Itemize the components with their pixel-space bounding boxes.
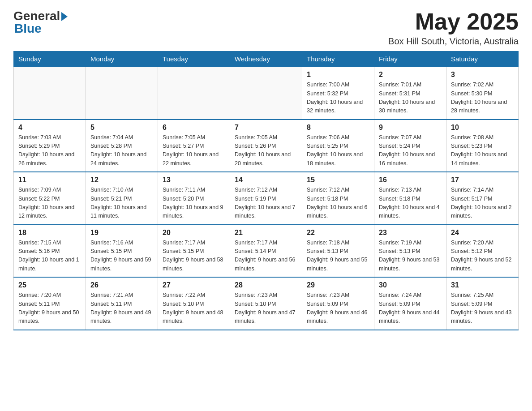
- day-info: Sunrise: 7:05 AM Sunset: 5:26 PM Dayligh…: [235, 133, 297, 168]
- calendar-week-row: 25Sunrise: 7:20 AM Sunset: 5:11 PM Dayli…: [14, 277, 519, 330]
- day-info: Sunrise: 7:21 AM Sunset: 5:11 PM Dayligh…: [90, 291, 153, 326]
- logo-arrow-icon: [61, 12, 68, 21]
- calendar-cell: 5Sunrise: 7:04 AM Sunset: 5:28 PM Daylig…: [86, 120, 158, 172]
- title-area: May 2025 Box Hill South, Victoria, Austr…: [388, 9, 519, 47]
- calendar-cell: 22Sunrise: 7:18 AM Sunset: 5:13 PM Dayli…: [302, 225, 374, 278]
- day-number: 17: [451, 176, 514, 184]
- day-number: 30: [379, 281, 442, 289]
- calendar-cell: 3Sunrise: 7:02 AM Sunset: 5:30 PM Daylig…: [446, 67, 519, 120]
- weekday-header-wednesday: Wednesday: [230, 51, 302, 67]
- calendar-cell: 6Sunrise: 7:05 AM Sunset: 5:27 PM Daylig…: [158, 120, 230, 172]
- calendar-cell: 2Sunrise: 7:01 AM Sunset: 5:31 PM Daylig…: [374, 67, 446, 120]
- calendar-cell: 4Sunrise: 7:03 AM Sunset: 5:29 PM Daylig…: [14, 120, 86, 172]
- weekday-header-tuesday: Tuesday: [158, 51, 230, 67]
- logo: General Blue: [13, 9, 68, 36]
- day-info: Sunrise: 7:24 AM Sunset: 5:09 PM Dayligh…: [379, 291, 442, 326]
- day-info: Sunrise: 7:12 AM Sunset: 5:18 PM Dayligh…: [307, 186, 369, 221]
- calendar-cell: 9Sunrise: 7:07 AM Sunset: 5:24 PM Daylig…: [374, 120, 446, 172]
- day-info: Sunrise: 7:06 AM Sunset: 5:25 PM Dayligh…: [307, 133, 369, 168]
- calendar-cell: 10Sunrise: 7:08 AM Sunset: 5:23 PM Dayli…: [446, 120, 519, 172]
- calendar-header-row: SundayMondayTuesdayWednesdayThursdayFrid…: [14, 51, 519, 67]
- day-number: 8: [307, 124, 369, 132]
- calendar-table: SundayMondayTuesdayWednesdayThursdayFrid…: [13, 51, 519, 330]
- day-number: 22: [307, 229, 369, 237]
- calendar-cell: 24Sunrise: 7:20 AM Sunset: 5:12 PM Dayli…: [446, 225, 519, 278]
- calendar-cell: [86, 67, 158, 120]
- calendar-cell: 18Sunrise: 7:15 AM Sunset: 5:16 PM Dayli…: [14, 225, 86, 278]
- day-number: 15: [307, 176, 369, 184]
- day-info: Sunrise: 7:11 AM Sunset: 5:20 PM Dayligh…: [163, 186, 225, 221]
- day-info: Sunrise: 7:09 AM Sunset: 5:22 PM Dayligh…: [18, 186, 81, 221]
- day-number: 31: [451, 281, 514, 289]
- day-info: Sunrise: 7:18 AM Sunset: 5:13 PM Dayligh…: [307, 239, 369, 274]
- day-info: Sunrise: 7:02 AM Sunset: 5:30 PM Dayligh…: [451, 81, 514, 116]
- day-number: 27: [163, 281, 225, 289]
- day-info: Sunrise: 7:00 AM Sunset: 5:32 PM Dayligh…: [307, 81, 369, 116]
- calendar-cell: 25Sunrise: 7:20 AM Sunset: 5:11 PM Dayli…: [14, 277, 86, 330]
- day-info: Sunrise: 7:16 AM Sunset: 5:15 PM Dayligh…: [90, 239, 153, 274]
- day-info: Sunrise: 7:08 AM Sunset: 5:23 PM Dayligh…: [451, 133, 514, 168]
- day-info: Sunrise: 7:13 AM Sunset: 5:18 PM Dayligh…: [379, 186, 442, 221]
- day-info: Sunrise: 7:22 AM Sunset: 5:10 PM Dayligh…: [163, 291, 225, 326]
- calendar-cell: 8Sunrise: 7:06 AM Sunset: 5:25 PM Daylig…: [302, 120, 374, 172]
- calendar-week-row: 11Sunrise: 7:09 AM Sunset: 5:22 PM Dayli…: [14, 172, 519, 225]
- weekday-header-saturday: Saturday: [446, 51, 519, 67]
- day-info: Sunrise: 7:25 AM Sunset: 5:09 PM Dayligh…: [451, 291, 514, 326]
- month-year-title: May 2025: [388, 9, 519, 34]
- day-info: Sunrise: 7:14 AM Sunset: 5:17 PM Dayligh…: [451, 186, 514, 221]
- day-info: Sunrise: 7:17 AM Sunset: 5:15 PM Dayligh…: [163, 239, 225, 274]
- day-number: 1: [307, 71, 369, 79]
- day-info: Sunrise: 7:17 AM Sunset: 5:14 PM Dayligh…: [235, 239, 297, 274]
- day-number: 13: [163, 176, 225, 184]
- calendar-cell: 1Sunrise: 7:00 AM Sunset: 5:32 PM Daylig…: [302, 67, 374, 120]
- day-number: 7: [235, 124, 297, 132]
- calendar-cell: 15Sunrise: 7:12 AM Sunset: 5:18 PM Dayli…: [302, 172, 374, 225]
- calendar-week-row: 1Sunrise: 7:00 AM Sunset: 5:32 PM Daylig…: [14, 67, 519, 120]
- calendar-cell: 28Sunrise: 7:23 AM Sunset: 5:10 PM Dayli…: [230, 277, 302, 330]
- calendar-cell: 7Sunrise: 7:05 AM Sunset: 5:26 PM Daylig…: [230, 120, 302, 172]
- calendar-week-row: 18Sunrise: 7:15 AM Sunset: 5:16 PM Dayli…: [14, 225, 519, 278]
- day-info: Sunrise: 7:10 AM Sunset: 5:21 PM Dayligh…: [90, 186, 153, 221]
- day-info: Sunrise: 7:23 AM Sunset: 5:09 PM Dayligh…: [307, 291, 369, 326]
- calendar-cell: 31Sunrise: 7:25 AM Sunset: 5:09 PM Dayli…: [446, 277, 519, 330]
- day-info: Sunrise: 7:19 AM Sunset: 5:13 PM Dayligh…: [379, 239, 442, 274]
- day-info: Sunrise: 7:05 AM Sunset: 5:27 PM Dayligh…: [163, 133, 225, 168]
- calendar-cell: 29Sunrise: 7:23 AM Sunset: 5:09 PM Dayli…: [302, 277, 374, 330]
- calendar-cell: 11Sunrise: 7:09 AM Sunset: 5:22 PM Dayli…: [14, 172, 86, 225]
- day-number: 24: [451, 229, 514, 237]
- calendar-cell: 26Sunrise: 7:21 AM Sunset: 5:11 PM Dayli…: [86, 277, 158, 330]
- calendar-cell: 19Sunrise: 7:16 AM Sunset: 5:15 PM Dayli…: [86, 225, 158, 278]
- weekday-header-monday: Monday: [86, 51, 158, 67]
- day-number: 16: [379, 176, 442, 184]
- day-number: 10: [451, 124, 514, 132]
- day-info: Sunrise: 7:23 AM Sunset: 5:10 PM Dayligh…: [235, 291, 297, 326]
- calendar-cell: 12Sunrise: 7:10 AM Sunset: 5:21 PM Dayli…: [86, 172, 158, 225]
- day-number: 25: [18, 281, 81, 289]
- day-number: 4: [18, 124, 81, 132]
- day-number: 18: [18, 229, 81, 237]
- page-header: General Blue May 2025 Box Hill South, Vi…: [13, 9, 519, 47]
- day-number: 3: [451, 71, 514, 79]
- calendar-cell: 20Sunrise: 7:17 AM Sunset: 5:15 PM Dayli…: [158, 225, 230, 278]
- weekday-header-sunday: Sunday: [14, 51, 86, 67]
- day-number: 11: [18, 176, 81, 184]
- day-number: 6: [163, 124, 225, 132]
- day-number: 29: [307, 281, 369, 289]
- calendar-cell: 21Sunrise: 7:17 AM Sunset: 5:14 PM Dayli…: [230, 225, 302, 278]
- day-info: Sunrise: 7:15 AM Sunset: 5:16 PM Dayligh…: [18, 239, 81, 274]
- calendar-cell: 23Sunrise: 7:19 AM Sunset: 5:13 PM Dayli…: [374, 225, 446, 278]
- day-info: Sunrise: 7:20 AM Sunset: 5:11 PM Dayligh…: [18, 291, 81, 326]
- day-number: 23: [379, 229, 442, 237]
- day-info: Sunrise: 7:04 AM Sunset: 5:28 PM Dayligh…: [90, 133, 153, 168]
- day-number: 21: [235, 229, 297, 237]
- calendar-cell: [14, 67, 86, 120]
- weekday-header-thursday: Thursday: [302, 51, 374, 67]
- calendar-cell: 14Sunrise: 7:12 AM Sunset: 5:19 PM Dayli…: [230, 172, 302, 225]
- day-number: 12: [90, 176, 153, 184]
- calendar-cell: [230, 67, 302, 120]
- day-info: Sunrise: 7:20 AM Sunset: 5:12 PM Dayligh…: [451, 239, 514, 274]
- day-info: Sunrise: 7:07 AM Sunset: 5:24 PM Dayligh…: [379, 133, 442, 168]
- day-info: Sunrise: 7:01 AM Sunset: 5:31 PM Dayligh…: [379, 81, 442, 116]
- calendar-week-row: 4Sunrise: 7:03 AM Sunset: 5:29 PM Daylig…: [14, 120, 519, 172]
- day-info: Sunrise: 7:12 AM Sunset: 5:19 PM Dayligh…: [235, 186, 297, 221]
